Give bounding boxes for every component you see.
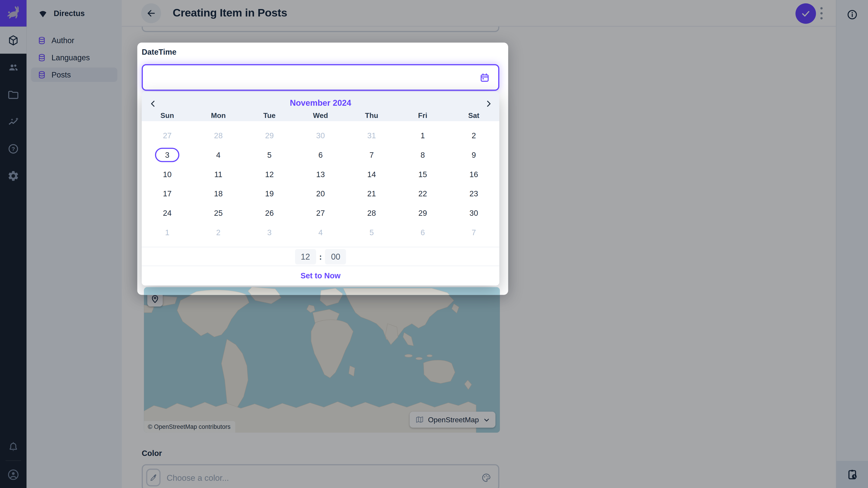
datetime-input[interactable]	[142, 64, 499, 91]
calendar-day[interactable]: 4	[295, 222, 346, 242]
calendar-day[interactable]: 16	[448, 164, 499, 184]
time-separator: :	[319, 252, 322, 261]
calendar-day[interactable]: 14	[346, 164, 397, 184]
time-row: 12 : 00	[142, 248, 499, 266]
calendar-day[interactable]: 10	[142, 164, 193, 184]
month-label: November 2024	[290, 98, 351, 107]
screen: ?	[0, 0, 868, 488]
calendar-day[interactable]: 29	[397, 203, 448, 223]
calendar-day[interactable]: 7	[346, 145, 397, 164]
calendar-day[interactable]: 18	[193, 184, 244, 203]
weekday-label: Mon	[193, 111, 244, 120]
weekday-label: Sun	[142, 111, 193, 120]
calendar-day[interactable]: 12	[244, 164, 295, 184]
weekday-row: Sun Mon Tue Wed Thu Fri Sat	[142, 109, 499, 121]
calendar-day[interactable]: 24	[142, 203, 193, 223]
calendar-day[interactable]: 30	[295, 126, 346, 145]
calendar-grid: 2728293031123456789101112131415161718192…	[142, 121, 499, 242]
calendar-day[interactable]: 8	[397, 145, 448, 164]
next-month-button[interactable]	[482, 97, 495, 110]
calendar-day[interactable]: 11	[193, 164, 244, 184]
set-to-now-button[interactable]: Set to Now	[142, 266, 499, 285]
previous-month-button[interactable]	[146, 97, 160, 110]
calendar-day[interactable]: 29	[244, 126, 295, 145]
calendar-day[interactable]: 21	[346, 184, 397, 203]
calendar-day[interactable]: 5	[244, 145, 295, 164]
minute-input[interactable]: 00	[325, 249, 346, 264]
calendar-day[interactable]: 1	[397, 126, 448, 145]
directus-app: ?	[0, 0, 868, 488]
calendar-day[interactable]: 28	[193, 126, 244, 145]
weekday-label: Thu	[346, 111, 397, 120]
calendar-day[interactable]: 22	[397, 184, 448, 203]
calendar-day[interactable]: 19	[244, 184, 295, 203]
calendar-header: November 2024 Sun Mon Tue Wed Thu Fri Sa…	[142, 92, 499, 121]
calendar-day[interactable]: 5	[346, 222, 397, 242]
calendar-day[interactable]: 6	[397, 222, 448, 242]
calendar-icon[interactable]	[479, 72, 490, 83]
calendar-day[interactable]: 13	[295, 164, 346, 184]
calendar-day[interactable]: 7	[448, 222, 499, 242]
calendar-day[interactable]: 20	[295, 184, 346, 203]
calendar-day[interactable]: 1	[142, 222, 193, 242]
calendar-day[interactable]: 28	[346, 203, 397, 223]
map-bright-strip	[144, 287, 500, 295]
selected-day-pill: 3	[155, 148, 180, 162]
weekday-label: Tue	[244, 111, 295, 120]
calendar-day[interactable]: 27	[295, 203, 346, 223]
calendar-day[interactable]: 9	[448, 145, 499, 164]
calendar-day[interactable]: 3	[142, 145, 193, 164]
world-map	[144, 287, 500, 295]
weekday-label: Sat	[448, 111, 499, 120]
calendar-day[interactable]: 26	[244, 203, 295, 223]
calendar-day[interactable]: 17	[142, 184, 193, 203]
calendar-day[interactable]: 15	[397, 164, 448, 184]
calendar-day[interactable]: 2	[193, 222, 244, 242]
calendar-day[interactable]: 27	[142, 126, 193, 145]
calendar-day[interactable]: 25	[193, 203, 244, 223]
calendar-day[interactable]: 6	[295, 145, 346, 164]
hour-input[interactable]: 12	[295, 249, 316, 264]
datetime-picker-popup: November 2024 Sun Mon Tue Wed Thu Fri Sa…	[142, 92, 499, 286]
calendar-day[interactable]: 23	[448, 184, 499, 203]
month-row: November 2024	[142, 92, 499, 109]
weekday-label: Wed	[295, 111, 346, 120]
calendar-day[interactable]: 31	[346, 126, 397, 145]
calendar-day[interactable]: 4	[193, 145, 244, 164]
calendar-day[interactable]: 3	[244, 222, 295, 242]
calendar-day[interactable]: 30	[448, 203, 499, 223]
weekday-label: Fri	[397, 111, 448, 120]
datetime-field-label: DateTime	[142, 48, 177, 57]
calendar-day[interactable]: 2	[448, 126, 499, 145]
